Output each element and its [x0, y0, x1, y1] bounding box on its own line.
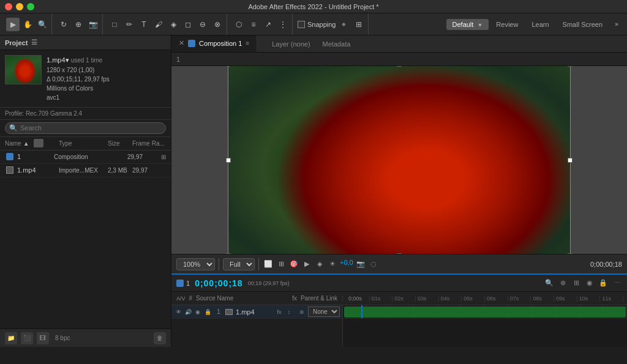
timeline-clip[interactable] — [344, 306, 626, 318]
grid-icon[interactable]: ⊞ — [352, 18, 366, 31]
motion-tool[interactable]: ↗ — [261, 18, 275, 31]
handle-bottom-left[interactable] — [226, 253, 231, 254]
layer-audio-icon[interactable]: 🔊 — [184, 308, 192, 316]
clone-tool[interactable]: ◈ — [167, 18, 180, 31]
delete-button[interactable]: 🗑 — [154, 332, 166, 344]
workspace-tab-smallscreen[interactable]: Small Screen — [557, 19, 609, 30]
timeline-timecode[interactable]: 0;00;00;18 — [195, 278, 243, 288]
workspace-tab-default[interactable]: Default ▼ — [446, 19, 489, 30]
layer-eye-icon[interactable]: 👁 — [174, 308, 182, 316]
timeline-more-icon[interactable]: ⋯ — [611, 278, 622, 289]
timeline-settings-icon[interactable]: ⊕ — [557, 278, 568, 289]
fullscreen-button[interactable] — [27, 3, 34, 10]
search-bar[interactable]: 🔍 — [0, 120, 171, 137]
search-input[interactable] — [20, 124, 162, 132]
timeline-search-icon[interactable]: 🔍 — [544, 278, 555, 289]
layer-solo-icon[interactable]: ◉ — [193, 308, 202, 316]
item-fps: 29,97 — [127, 154, 161, 160]
timeline-layer[interactable]: 👁 🔊 ◉ 🔒 1 1.mp4 fx ↕ — [171, 305, 342, 319]
window-controls[interactable] — [5, 3, 34, 10]
ruler-mark-6: 06s — [485, 295, 508, 302]
rotate-tool[interactable]: ↻ — [57, 18, 70, 31]
col-name-header: Name ▲ — [5, 139, 59, 147]
composition-viewer[interactable] — [171, 66, 627, 254]
hand-tool[interactable]: ✋ — [21, 18, 34, 31]
handle-bottom-right[interactable] — [568, 253, 573, 254]
search-input-wrap[interactable]: 🔍 — [5, 122, 166, 134]
list-item[interactable]: 1 Composition 29,97 ⊞ — [0, 150, 171, 164]
comp-canvas[interactable] — [228, 66, 571, 254]
layer-transfer-icon[interactable]: ↕ — [285, 308, 293, 316]
select-tool[interactable]: ▶ — [6, 18, 20, 31]
timeline-lock-icon[interactable]: 🔒 — [598, 278, 609, 289]
comp-tab-options[interactable]: ≡ — [246, 40, 249, 46]
more-workspaces-button[interactable]: » — [610, 18, 623, 31]
timeline-comp-tab[interactable]: 1 — [176, 280, 190, 287]
overlay-icon[interactable]: 🎯 — [288, 259, 299, 270]
parrot-image — [228, 66, 570, 254]
preview-icon[interactable]: ▶ — [301, 259, 312, 270]
close-button[interactable] — [5, 3, 12, 10]
workspace-tab-learn[interactable]: Learn — [525, 19, 555, 30]
panel-menu-icon[interactable]: ☰ — [31, 39, 37, 46]
list-item[interactable]: 1.mp4 Importe...MEX 2,3 MB 29,97 — [0, 164, 171, 177]
parent-select[interactable]: None — [308, 306, 340, 317]
brush-tool[interactable]: 🖌 — [152, 18, 165, 31]
handle-mid-right[interactable] — [568, 158, 573, 163]
comp-icon — [5, 152, 15, 161]
camera-icon[interactable]: 📷 — [355, 259, 366, 270]
layer-fx-icon[interactable]: fx — [275, 308, 283, 316]
camera-tool[interactable]: 📷 — [86, 18, 100, 31]
timeline-paint-icon[interactable]: ◉ — [584, 278, 595, 289]
new-composition-button[interactable]: ⬛ — [21, 332, 33, 344]
separator — [258, 258, 259, 270]
label-icon — [34, 139, 43, 147]
workspace-tab-review[interactable]: Review — [490, 19, 524, 30]
zoom-tool[interactable]: 🔍 — [36, 18, 49, 31]
layer-tab[interactable]: Layer (none) — [269, 35, 312, 53]
handle-mid-left[interactable] — [226, 158, 231, 163]
timeline-ruler: 0;00s 01s 02s 03s 04s 05s 06s 07s 08s 09… — [347, 295, 623, 302]
comp-tab-close[interactable]: ✕ — [179, 39, 184, 47]
timeline-header: 1 0;00;00;18 00;19 (29,97 fps) 🔍 ⊕ ⊞ ◉ 🔒… — [171, 275, 627, 292]
snapping-checkbox[interactable] — [298, 21, 305, 28]
eraser-tool[interactable]: ◻ — [181, 18, 195, 31]
snapping-control[interactable]: Snapping — [298, 21, 336, 28]
new-folder-button[interactable]: 📁 — [5, 332, 17, 344]
transparency-icon[interactable]: ⊞ — [276, 259, 287, 270]
track-row[interactable] — [343, 305, 627, 319]
layer-lock-icon[interactable]: 🔒 — [203, 308, 212, 316]
snap-icon[interactable]: ⌖ — [337, 18, 351, 31]
text-tool[interactable]: T — [137, 18, 151, 31]
shape2-tool[interactable]: ⬡ — [232, 18, 246, 31]
quality-select[interactable]: Full — [223, 258, 255, 270]
rect-tool[interactable]: □ — [108, 18, 121, 31]
comp-tab-active[interactable]: ✕ Composition 1 ≡ — [171, 35, 257, 52]
ruler-mark-3: 03s — [416, 295, 439, 302]
color-correct-icon[interactable]: ◈ — [314, 259, 325, 270]
timeline-graph-icon[interactable]: ⊞ — [571, 278, 582, 289]
roi-icon[interactable]: ⬜ — [263, 259, 274, 270]
layer-name[interactable]: 1.mp4 — [225, 308, 273, 316]
handle-bottom-center[interactable] — [397, 253, 402, 254]
handle-top-right[interactable] — [568, 66, 573, 67]
roto-tool[interactable]: ⊖ — [196, 18, 209, 31]
motion-blur-icon[interactable]: ◌ — [368, 259, 379, 270]
layer-parent-link-icon[interactable]: ⊚ — [298, 308, 306, 316]
metadata-tab[interactable]: Metadata — [320, 35, 353, 53]
film-icon[interactable]: 🎞 — [37, 332, 49, 344]
pen-tool[interactable]: ✏ — [122, 18, 136, 31]
anchor-tool[interactable]: ⊕ — [72, 18, 85, 31]
align-tool[interactable]: ≡ — [247, 18, 260, 31]
exposure-icon[interactable]: ☀ — [327, 259, 338, 270]
timeline-playhead[interactable] — [361, 305, 362, 318]
zoom-select[interactable]: 100% — [176, 258, 215, 270]
puppet-tool[interactable]: ⊗ — [211, 18, 224, 31]
minimize-button[interactable] — [16, 3, 23, 10]
handle-top-center[interactable] — [397, 66, 402, 67]
project-panel-label: Project — [5, 39, 28, 46]
tl-col-fx: fx — [292, 295, 297, 302]
timeline-columns: A/V # Source Name fx Parent & Link 0;00s… — [171, 292, 627, 305]
timeline-track-list[interactable] — [343, 305, 627, 347]
graph-tool[interactable]: ⋮ — [276, 18, 290, 31]
